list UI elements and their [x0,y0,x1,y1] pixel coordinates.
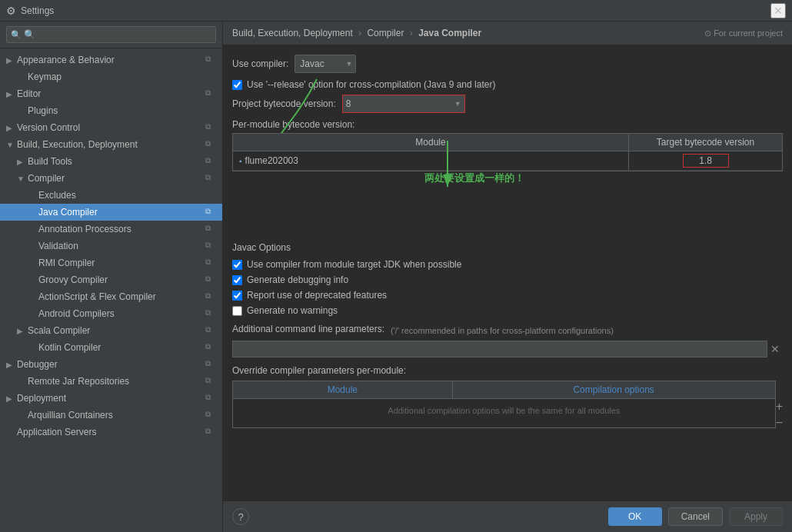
copy-icon: ⧉ [205,88,216,99]
arrow-icon: ▶ [6,394,17,403]
bytecode-dropdown-arrow-icon: ▼ [454,100,461,108]
arrow-icon: ▶ [6,56,17,65]
sidebar-item-label: Java Compiler [38,207,202,218]
copy-icon: ⧉ [205,393,216,404]
sidebar-item-label: Groovy Compiler [38,274,202,285]
breadcrumb-path2: Compiler [367,28,404,38]
copy-icon: ⧉ [205,156,216,167]
sidebar-item-actionscript-compiler[interactable]: ActionScript & Flex Compiler ⧉ [0,288,222,305]
copy-icon: ⧉ [205,359,216,370]
gen-debug-info-row: Generate debugging info [232,274,783,285]
sidebar-item-excludes[interactable]: Excludes [0,187,222,204]
copy-icon: ⧉ [205,427,216,437]
annotation-arrow2 [240,71,394,133]
breadcrumb-path1: Build, Execution, Deployment [232,28,353,38]
override-table: Module Compilation options Additional co… [232,381,776,428]
cancel-button[interactable]: Cancel [668,507,723,526]
sidebar-item-build-exec-deploy[interactable]: ▼ Build, Execution, Deployment ⧉ [0,136,222,153]
help-button[interactable]: ? [232,508,249,525]
sidebar-item-scala-compiler[interactable]: ▶ Scala Compiler ⧉ [0,322,222,339]
sidebar-item-remote-jar-repos[interactable]: Remote Jar Repositories ⧉ [0,373,222,390]
main-container: 🔍 ▶ Appearance & Behavior ⧉ Keymap ▶ Edi… [0,22,792,532]
breadcrumb-current: Java Compiler [418,28,481,38]
sidebar-item-debugger[interactable]: ▶ Debugger ⧉ [0,356,222,373]
bottom-bar: ? OK Cancel Apply [223,500,792,532]
sidebar-item-label: Keymap [28,71,216,82]
sidebar-item-application-servers[interactable]: Application Servers ⧉ [0,424,222,441]
sidebar-item-compiler[interactable]: ▼ Compiler ⧉ [0,170,222,187]
override-side-buttons: + − [776,381,783,431]
sidebar-item-kotlin-compiler[interactable]: Kotlin Compiler ⧉ [0,339,222,356]
copy-icon: ⧉ [205,410,216,421]
apply-button[interactable]: Apply [729,507,783,526]
copy-icon: ⧉ [205,173,216,184]
sidebar-item-label: Android Compilers [38,308,202,319]
copy-icon: ⧉ [205,241,216,251]
override-header: Module Compilation options [233,381,775,399]
gen-no-warnings-label[interactable]: Generate no warnings [247,305,338,316]
sidebar-item-editor[interactable]: ▶ Editor ⧉ [0,85,222,102]
sidebar-item-label: Compiler [28,173,202,184]
arrow-icon: ▶ [6,361,17,369]
override-add-button[interactable]: + [776,399,783,415]
sidebar-item-build-tools[interactable]: ▶ Build Tools ⧉ [0,153,222,170]
copy-icon: ⧉ [205,224,216,234]
sidebar-item-label: Validation [38,241,202,251]
sidebar-item-annotation-processors[interactable]: Annotation Processors ⧉ [0,221,222,238]
sidebar-item-label: Plugins [28,105,216,116]
sidebar-item-java-compiler[interactable]: Java Compiler ⧉ [0,204,222,221]
sidebar-item-android-compilers[interactable]: Android Compilers ⧉ [0,305,222,322]
copy-icon: ⧉ [205,207,216,218]
sidebar-item-deployment[interactable]: ▶ Deployment ⧉ [0,390,222,407]
sidebar-item-rmi-compiler[interactable]: RMI Compiler ⧉ [0,254,222,271]
sidebar-item-groovy-compiler[interactable]: Groovy Compiler ⧉ [0,271,222,288]
report-deprecated-label[interactable]: Report use of deprecated features [247,290,387,301]
override-remove-button[interactable]: − [776,415,783,431]
params-clear-button[interactable]: ✕ [767,343,783,355]
sidebar-item-validation[interactable]: Validation ⧉ [0,238,222,254]
report-deprecated-checkbox[interactable] [232,291,242,301]
breadcrumb: Build, Execution, Deployment › Compiler … [232,28,481,38]
copy-icon: ⧉ [205,139,216,150]
copy-icon: ⧉ [205,122,216,133]
copy-icon: ⧉ [205,55,216,65]
sidebar-item-label: Scala Compiler [28,325,202,336]
close-button[interactable]: ✕ [770,3,786,18]
search-icon: 🔍 [11,30,22,40]
content-panel: Build, Execution, Deployment › Compiler … [223,22,792,532]
sidebar: 🔍 ▶ Appearance & Behavior ⧉ Keymap ▶ Edi… [0,22,223,532]
javac-options-section: Javac Options Use compiler from module t… [232,242,783,316]
compiler-dropdown[interactable]: Javac ▼ [295,55,356,73]
sidebar-item-plugins[interactable]: Plugins [0,102,222,119]
arrow-icon: ▶ [6,90,17,98]
override-section: Override compiler parameters per-module:… [232,365,783,431]
copy-icon: ⧉ [205,376,216,387]
sidebar-item-keymap[interactable]: Keymap [0,68,222,85]
module-icon: ▪ [239,157,242,165]
use-compiler-module-checkbox[interactable] [232,260,242,270]
ok-button[interactable]: OK [608,507,662,526]
action-buttons: OK Cancel Apply [608,507,783,526]
search-input[interactable] [6,26,216,43]
gen-debug-info-label[interactable]: Generate debugging info [247,274,348,285]
copy-icon: ⧉ [205,342,216,353]
sidebar-item-label: Annotation Processors [38,224,202,234]
use-compiler-module-label[interactable]: Use compiler from module target JDK when… [247,259,461,270]
override-empty-text: Additional compilation options will be t… [388,406,620,415]
for-project-label[interactable]: ⊙ For current project [704,28,783,38]
override-row-outer: Module Compilation options Additional co… [232,381,783,431]
sidebar-item-appearance[interactable]: ▶ Appearance & Behavior ⧉ [0,52,222,68]
sidebar-item-label: Build Tools [28,156,202,167]
sidebar-item-version-control[interactable]: ▶ Version Control ⧉ [0,119,222,136]
dropdown-arrow-icon: ▼ [345,60,352,68]
additional-params-input[interactable] [232,341,767,357]
sidebar-item-label: Editor [17,88,202,99]
module-name: flume202003 [245,155,298,166]
gen-no-warnings-checkbox[interactable] [232,306,242,316]
arrow-icon: ▶ [17,158,28,166]
gen-debug-info-checkbox[interactable] [232,275,242,285]
sidebar-item-label: Arquillian Containers [28,410,202,421]
sidebar-item-label: Application Servers [17,427,202,437]
use-compiler-row: Use compiler: Javac ▼ [232,55,783,73]
sidebar-item-arquillian[interactable]: Arquillian Containers ⧉ [0,407,222,424]
